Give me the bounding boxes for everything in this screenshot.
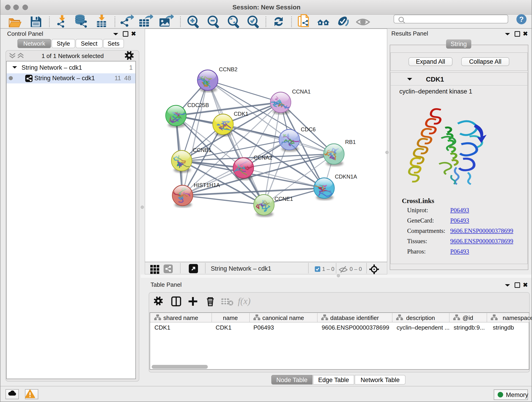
svg-text:CCNA2: CCNA2 bbox=[254, 154, 272, 161]
svg-text:RB1: RB1 bbox=[345, 139, 356, 145]
svg-text:CCNB2: CCNB2 bbox=[219, 66, 237, 72]
svg-text:CCNB1: CCNB1 bbox=[193, 147, 211, 153]
svg-text:CDC25B: CDC25B bbox=[187, 102, 209, 108]
svg-text:CDK1: CDK1 bbox=[234, 111, 248, 117]
svg-text:CDC6: CDC6 bbox=[301, 126, 316, 133]
svg-text:CCNE1: CCNE1 bbox=[274, 196, 293, 202]
svg-text:CCNA1: CCNA1 bbox=[292, 89, 311, 95]
svg-text:HIST1H1A: HIST1H1A bbox=[194, 182, 220, 188]
svg-text:CDKN1A: CDKN1A bbox=[335, 173, 357, 180]
